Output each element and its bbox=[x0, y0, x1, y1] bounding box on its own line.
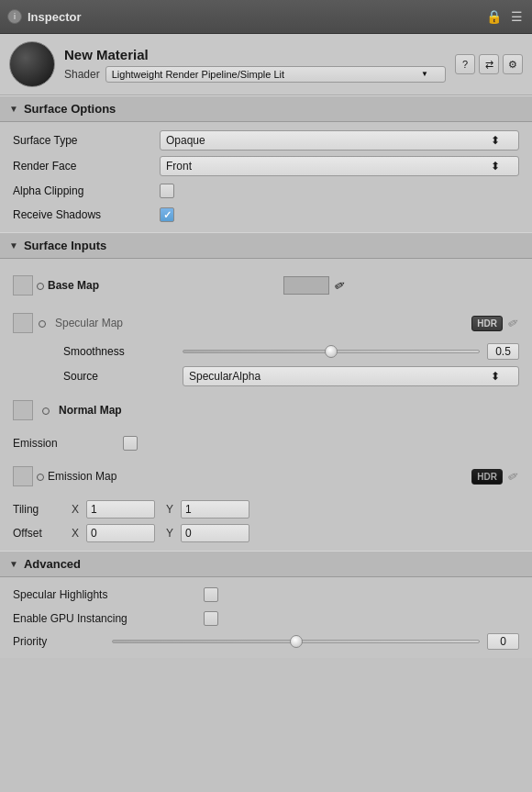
specular-map-checkbox[interactable] bbox=[13, 313, 33, 333]
offset-y-label: Y bbox=[166, 527, 177, 540]
tiling-x-input[interactable]: 1 bbox=[86, 500, 155, 519]
base-map-dot bbox=[37, 279, 44, 293]
title-bar: i Inspector 🔒 ☰ bbox=[0, 0, 532, 34]
emission-label: Emission bbox=[13, 437, 123, 450]
emission-hdr-button[interactable]: HDR bbox=[471, 469, 503, 485]
specular-dot bbox=[39, 317, 46, 330]
gpu-instancing-label: Enable GPU Instancing bbox=[13, 612, 196, 625]
receive-shadows-checkmark: ✓ bbox=[163, 209, 172, 221]
advanced-header[interactable]: ▼ Advanced bbox=[0, 551, 532, 577]
emission-map-row: Emission Map HDR ✏ bbox=[0, 455, 532, 497]
normal-map-label: Normal Map bbox=[59, 404, 122, 417]
header-buttons: ? ⇄ ⚙ bbox=[455, 54, 523, 74]
priority-thumb[interactable] bbox=[290, 635, 303, 648]
alpha-clipping-value bbox=[160, 184, 519, 198]
emission-checkbox[interactable] bbox=[123, 436, 138, 451]
offset-label: Offset bbox=[13, 527, 68, 540]
priority-slider-container: 0 bbox=[112, 633, 519, 650]
base-map-checkbox[interactable] bbox=[13, 275, 33, 296]
emission-pencil-icon[interactable]: ✏ bbox=[505, 467, 522, 485]
base-map-row: Base Map ✏ bbox=[0, 264, 532, 307]
base-map-pencil-icon[interactable]: ✏ bbox=[332, 276, 349, 295]
shader-dropdown-arrow: ▼ bbox=[421, 70, 428, 78]
priority-track[interactable] bbox=[112, 640, 480, 643]
specular-highlights-label: Specular Highlights bbox=[13, 588, 196, 601]
source-row: Source SpecularAlpha ⬍ bbox=[0, 363, 532, 389]
emission-map-checkbox[interactable] bbox=[13, 466, 33, 486]
specular-map-label: Specular Map bbox=[55, 317, 466, 329]
advanced-triangle: ▼ bbox=[9, 559, 18, 569]
offset-x-label: X bbox=[72, 527, 83, 540]
help-button[interactable]: ? bbox=[455, 54, 475, 74]
receive-shadows-row: Receive Shadows ✓ bbox=[0, 203, 532, 227]
smoothness-thumb[interactable] bbox=[325, 345, 338, 358]
specular-hdr-button[interactable]: HDR bbox=[471, 316, 503, 331]
surface-type-selected: Opaque bbox=[166, 134, 205, 147]
render-face-dropdown[interactable]: Front ⬍ bbox=[160, 156, 519, 176]
gpu-instancing-row: Enable GPU Instancing bbox=[0, 607, 532, 630]
shader-dropdown[interactable]: Lightweight Render Pipeline/Simple Lit ▼ bbox=[105, 66, 446, 83]
render-face-selected: Front bbox=[166, 160, 192, 173]
source-dropdown[interactable]: SpecularAlpha ⬍ bbox=[183, 366, 519, 386]
shader-row: Shader Lightweight Render Pipeline/Simpl… bbox=[64, 66, 446, 83]
surface-type-value: Opaque ⬍ bbox=[160, 130, 519, 151]
normal-dot bbox=[42, 404, 50, 418]
material-name: New Material bbox=[64, 47, 446, 62]
emission-map-label: Emission Map bbox=[48, 470, 471, 483]
alpha-clipping-row: Alpha Clipping bbox=[0, 179, 532, 203]
shader-dropdown-value: Lightweight Render Pipeline/Simple Lit bbox=[112, 69, 284, 80]
title-bar-title: Inspector bbox=[28, 10, 484, 24]
specular-highlights-checkbox[interactable] bbox=[204, 587, 218, 602]
material-header: New Material Shader Lightweight Render P… bbox=[0, 34, 532, 95]
tiling-row: Tiling X 1 Y 1 bbox=[0, 497, 532, 521]
source-value: SpecularAlpha ⬍ bbox=[183, 366, 519, 386]
offset-row: Offset X 0 Y 0 bbox=[0, 521, 532, 545]
smoothness-slider-container: 0.5 bbox=[183, 343, 519, 360]
render-face-row: Render Face Front ⬍ bbox=[0, 153, 532, 179]
alpha-clipping-label: Alpha Clipping bbox=[13, 184, 160, 197]
normal-map-row: Normal Map bbox=[0, 389, 532, 431]
surface-options-header[interactable]: ▼ Surface Options bbox=[0, 95, 532, 122]
priority-value[interactable]: 0 bbox=[487, 633, 519, 650]
offset-y-input[interactable]: 0 bbox=[181, 524, 249, 542]
emission-map-dot bbox=[37, 470, 44, 484]
tiling-label: Tiling bbox=[13, 503, 68, 516]
gpu-instancing-checkbox[interactable] bbox=[204, 611, 218, 626]
surface-type-label: Surface Type bbox=[13, 134, 160, 147]
advanced-label: Advanced bbox=[24, 557, 81, 571]
surface-inputs-header[interactable]: ▼ Surface Inputs bbox=[0, 232, 532, 259]
surface-options-content: Surface Type Opaque ⬍ Render Face Front … bbox=[0, 122, 532, 232]
settings-button[interactable]: ⚙ bbox=[503, 54, 523, 74]
normal-map-checkbox[interactable] bbox=[13, 400, 33, 420]
specular-map-controls: HDR ✏ bbox=[471, 316, 519, 331]
title-bar-actions: 🔒 ☰ bbox=[484, 7, 525, 26]
lock-button[interactable]: 🔒 bbox=[484, 7, 504, 26]
specular-map-row: Specular Map HDR ✏ bbox=[0, 307, 532, 340]
smoothness-track[interactable] bbox=[183, 350, 480, 353]
surface-type-arrow: ⬍ bbox=[491, 134, 500, 147]
shader-label: Shader bbox=[64, 68, 100, 81]
smoothness-label: Smoothness bbox=[13, 345, 183, 358]
base-map-label: Base Map bbox=[48, 279, 283, 292]
smoothness-row: Smoothness 0.5 bbox=[0, 340, 532, 363]
tiling-y-input[interactable]: 1 bbox=[181, 500, 249, 519]
surface-inputs-content: Base Map ✏ Specular Map HDR ✏ Smoothness… bbox=[0, 259, 532, 551]
surface-inputs-triangle: ▼ bbox=[9, 240, 18, 251]
base-map-controls: ✏ bbox=[283, 276, 519, 295]
surface-options-label: Surface Options bbox=[24, 102, 116, 116]
receive-shadows-checkbox[interactable]: ✓ bbox=[160, 207, 174, 222]
alpha-clipping-checkbox[interactable] bbox=[160, 184, 174, 198]
render-face-label: Render Face bbox=[13, 160, 160, 173]
smoothness-value[interactable]: 0.5 bbox=[487, 343, 519, 360]
advanced-content: Specular Highlights Enable GPU Instancin… bbox=[0, 577, 532, 658]
menu-button[interactable]: ☰ bbox=[509, 7, 525, 26]
inspector-icon: i bbox=[7, 9, 22, 24]
surface-type-dropdown[interactable]: Opaque ⬍ bbox=[160, 130, 519, 151]
material-preview[interactable] bbox=[9, 41, 55, 87]
specular-pencil-icon[interactable]: ✏ bbox=[505, 314, 522, 332]
offset-x-input[interactable]: 0 bbox=[86, 524, 155, 542]
emission-map-controls: HDR ✏ bbox=[471, 469, 519, 485]
source-label: Source bbox=[13, 370, 183, 383]
transfer-button[interactable]: ⇄ bbox=[479, 54, 499, 74]
base-map-swatch[interactable] bbox=[283, 276, 329, 295]
